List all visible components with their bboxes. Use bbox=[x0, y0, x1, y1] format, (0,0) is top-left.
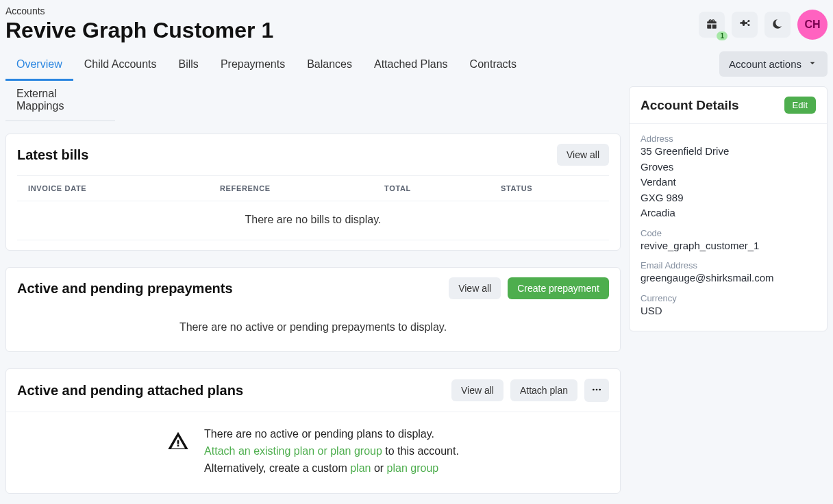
create-plan-link[interactable]: plan bbox=[350, 462, 371, 474]
col-total: TOTAL bbox=[384, 184, 501, 192]
plans-alt-or: or bbox=[371, 462, 386, 474]
latest-bills-view-all-button[interactable]: View all bbox=[557, 144, 609, 166]
prepayments-card: Active and pending prepayments View all … bbox=[5, 267, 621, 352]
latest-bills-title: Latest bills bbox=[17, 147, 88, 163]
latest-bills-empty: There are no bills to display. bbox=[17, 201, 609, 240]
gift-badge: 1 bbox=[717, 32, 728, 40]
ellipsis-icon bbox=[591, 384, 602, 397]
attached-plans-empty: There are no active or pending plans to … bbox=[6, 412, 620, 493]
prepayments-title: Active and pending prepayments bbox=[17, 281, 233, 297]
svg-point-2 bbox=[599, 388, 601, 390]
prepayments-view-all-button[interactable]: View all bbox=[449, 277, 501, 299]
gift-button[interactable]: 1 bbox=[699, 12, 725, 38]
tab-child-accounts[interactable]: Child Accounts bbox=[73, 51, 168, 81]
warning-icon bbox=[167, 430, 189, 452]
currency-label: Currency bbox=[641, 293, 816, 303]
account-actions-label: Account actions bbox=[729, 58, 801, 70]
svg-point-1 bbox=[596, 388, 598, 390]
address-line-3: Verdant bbox=[641, 175, 816, 190]
tab-contracts[interactable]: Contracts bbox=[459, 51, 527, 81]
plans-alt-prefix: Alternatively, create a custom bbox=[204, 462, 350, 474]
plans-empty-line1: There are no active or pending plans to … bbox=[204, 426, 459, 443]
avatar[interactable]: CH bbox=[797, 10, 828, 40]
tab-overview[interactable]: Overview bbox=[5, 51, 73, 81]
account-details-title: Account Details bbox=[641, 98, 739, 113]
col-status: STATUS bbox=[501, 184, 598, 192]
header-left: Accounts Revive Graph Customer 1 bbox=[5, 5, 273, 43]
tab-prepayments[interactable]: Prepayments bbox=[210, 51, 296, 81]
svg-point-0 bbox=[593, 388, 595, 390]
tab-external-mappings[interactable]: External Mappings bbox=[5, 81, 115, 121]
chevron-down-icon bbox=[807, 58, 818, 71]
email-value: greengauge@shirksmail.com bbox=[641, 270, 816, 286]
address-line-4: GXG 989 bbox=[641, 190, 816, 206]
currency-value: USD bbox=[641, 303, 816, 319]
tab-attached-plans[interactable]: Attached Plans bbox=[363, 51, 459, 81]
attached-plans-more-button[interactable] bbox=[584, 379, 609, 402]
breadcrumb[interactable]: Accounts bbox=[5, 5, 273, 16]
attached-plans-view-all-button[interactable]: View all bbox=[451, 379, 503, 401]
account-actions-button[interactable]: Account actions bbox=[719, 51, 828, 77]
attached-plans-title: Active and pending attached plans bbox=[17, 383, 243, 399]
edit-account-button[interactable]: Edit bbox=[784, 97, 816, 114]
prepayments-empty: There are no active or pending prepaymen… bbox=[6, 309, 620, 351]
code-label: Code bbox=[641, 228, 816, 238]
tabs: Overview Child Accounts Bills Prepayment… bbox=[5, 51, 621, 121]
page-header: Accounts Revive Graph Customer 1 1 CH bbox=[5, 5, 828, 51]
attach-existing-plan-link[interactable]: Attach an existing plan or plan group bbox=[204, 445, 382, 457]
theme-toggle-button[interactable] bbox=[764, 12, 791, 38]
col-reference: REFERENCE bbox=[220, 184, 384, 192]
attached-plans-card: Active and pending attached plans View a… bbox=[5, 368, 621, 494]
account-details-card: Account Details Edit Address 35 Greenfie… bbox=[629, 86, 828, 331]
gift-icon bbox=[706, 18, 718, 32]
page-title: Revive Graph Customer 1 bbox=[5, 18, 273, 43]
col-invoice-date: INVOICE DATE bbox=[28, 184, 220, 192]
create-prepayment-button[interactable]: Create prepayment bbox=[508, 277, 609, 299]
settings-button[interactable] bbox=[732, 12, 758, 38]
code-value: revive_graph_customer_1 bbox=[641, 238, 816, 254]
attach-plan-button[interactable]: Attach plan bbox=[510, 379, 577, 401]
address-line-2: Groves bbox=[641, 160, 816, 175]
address-label: Address bbox=[641, 134, 816, 144]
address-line-1: 35 Greenfield Drive bbox=[641, 144, 816, 160]
plans-empty-suffix: to this account. bbox=[382, 445, 459, 457]
moon-icon bbox=[771, 18, 784, 32]
header-right: 1 CH bbox=[699, 5, 828, 40]
gear-icon bbox=[738, 18, 751, 32]
tab-balances[interactable]: Balances bbox=[296, 51, 363, 81]
tab-bills[interactable]: Bills bbox=[168, 51, 210, 81]
email-label: Email Address bbox=[641, 260, 816, 270]
latest-bills-card: Latest bills View all INVOICE DATE REFER… bbox=[5, 134, 621, 251]
address-line-5: Arcadia bbox=[641, 205, 816, 221]
latest-bills-table-header: INVOICE DATE REFERENCE TOTAL STATUS bbox=[17, 175, 609, 201]
create-plan-group-link[interactable]: plan group bbox=[387, 462, 439, 474]
